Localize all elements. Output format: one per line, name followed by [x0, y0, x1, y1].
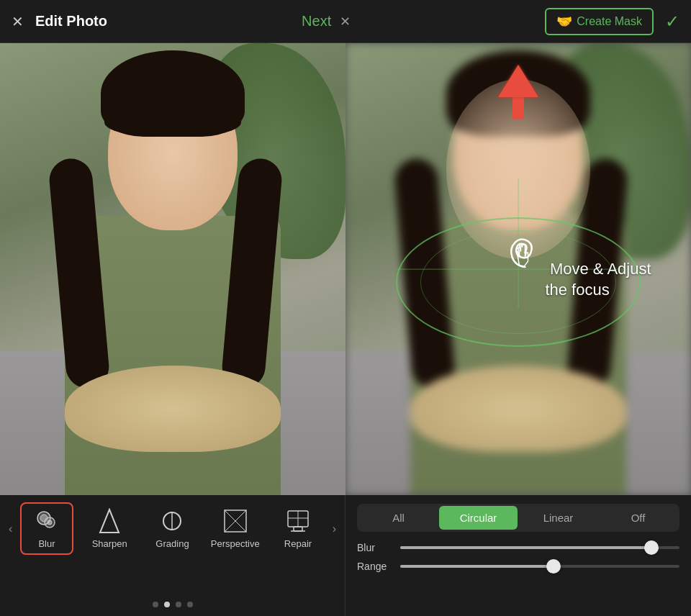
dot-3: [176, 602, 181, 607]
svg-marker-4: [100, 509, 119, 533]
mask-icon: 🤝: [556, 14, 572, 30]
tools-row: ‹ Blur Sharpen: [0, 504, 345, 553]
photo-area: Move & Adjustthe focus: [0, 43, 691, 495]
header-close-icon[interactable]: ✕: [12, 13, 24, 30]
svg-line-10: [225, 521, 235, 532]
blur-slider-track[interactable]: [400, 546, 679, 549]
tab-off[interactable]: Off: [599, 506, 677, 530]
instruction-overlay: Move & Adjustthe focus: [503, 231, 651, 300]
svg-line-11: [235, 521, 246, 532]
range-slider-item: Range: [357, 561, 679, 572]
dot-2: [164, 602, 170, 607]
pagination-dots: [153, 602, 193, 610]
blur-tabs: All Circular Linear Off: [357, 504, 679, 532]
hat: [65, 366, 281, 452]
sharpen-label: Sharpen: [92, 538, 127, 549]
blur-slider-thumb[interactable]: [644, 540, 659, 555]
bottom-panel: ‹ Blur Sharpen: [0, 495, 691, 616]
create-mask-button[interactable]: 🤝 Create Mask: [545, 8, 654, 35]
range-slider-fill: [400, 565, 554, 568]
repair-label: Repair: [284, 538, 312, 549]
header-left: ✕ Edit Photo: [12, 13, 107, 30]
create-mask-label: Create Mask: [577, 15, 642, 28]
tools-section: ‹ Blur Sharpen: [0, 495, 346, 616]
header-cancel-icon[interactable]: ✕: [340, 14, 351, 30]
range-slider-label: Range: [357, 561, 392, 572]
range-slider-thumb[interactable]: [546, 559, 561, 574]
tool-grading[interactable]: Grading: [147, 508, 197, 549]
tools-right-arrow[interactable]: ›: [330, 522, 339, 535]
tool-repair[interactable]: Repair: [273, 508, 323, 549]
blur-label: Blur: [38, 538, 55, 549]
blur-slider-fill: [400, 546, 651, 549]
arrow-indicator: [498, 65, 538, 119]
header-center: Next ✕: [302, 13, 351, 30]
tool-perspective[interactable]: Perspective: [210, 508, 261, 549]
tool-sharpen[interactable]: Sharpen: [84, 508, 135, 549]
blur-slider-label: Blur: [357, 542, 392, 553]
original-photo-img: [0, 43, 346, 495]
grading-icon: [161, 508, 183, 534]
arrow-up-shape: [498, 65, 538, 97]
hat-blur: [410, 366, 626, 452]
sharpen-icon: [99, 508, 120, 534]
dot-4: [187, 602, 193, 607]
next-button[interactable]: Next: [302, 13, 331, 30]
tab-all[interactable]: All: [359, 506, 438, 530]
edit-photo[interactable]: Move & Adjustthe focus: [346, 43, 691, 495]
header: ✕ Edit Photo Next ✕ 🤝 Create Mask ✓: [0, 0, 691, 43]
tool-blur[interactable]: Blur: [22, 504, 72, 553]
svg-rect-15: [294, 527, 302, 531]
perspective-label: Perspective: [211, 538, 260, 549]
sliders-container: Blur Range: [357, 542, 679, 572]
svg-point-3: [48, 520, 52, 525]
perspective-icon: [222, 508, 248, 534]
header-right: 🤝 Create Mask ✓: [545, 8, 679, 35]
repair-icon: [285, 508, 311, 534]
svg-line-8: [225, 510, 235, 521]
svg-line-9: [235, 510, 246, 521]
tools-left-arrow[interactable]: ‹: [6, 522, 15, 535]
dot-1: [153, 602, 158, 607]
confirm-icon[interactable]: ✓: [665, 12, 679, 32]
instruction-text: Move & Adjustthe focus: [545, 260, 651, 299]
controls-section: All Circular Linear Off Blur Range: [346, 495, 691, 616]
blur-icon: [34, 508, 60, 534]
header-title: Edit Photo: [35, 13, 107, 30]
tools-list: Blur Sharpen Grading: [15, 504, 329, 553]
arrow-shaft: [512, 97, 524, 119]
blur-slider-item: Blur: [357, 542, 679, 553]
gesture-icon: [503, 231, 546, 274]
hair-bangs: [104, 101, 241, 137]
range-slider-track[interactable]: [400, 565, 679, 568]
original-photo: [0, 43, 346, 495]
grading-label: Grading: [155, 538, 189, 549]
tab-linear[interactable]: Linear: [519, 506, 597, 530]
tab-circular[interactable]: Circular: [439, 506, 518, 530]
